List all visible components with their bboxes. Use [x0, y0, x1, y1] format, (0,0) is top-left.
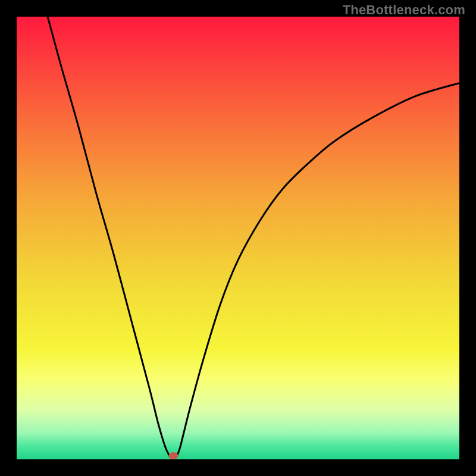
minimum-marker: [168, 452, 178, 459]
chart-svg: [17, 17, 459, 459]
chart-container: TheBottleneck.com: [0, 0, 476, 476]
plot-area: [17, 17, 459, 459]
gradient-background: [17, 17, 459, 459]
watermark-label: TheBottleneck.com: [343, 2, 465, 18]
